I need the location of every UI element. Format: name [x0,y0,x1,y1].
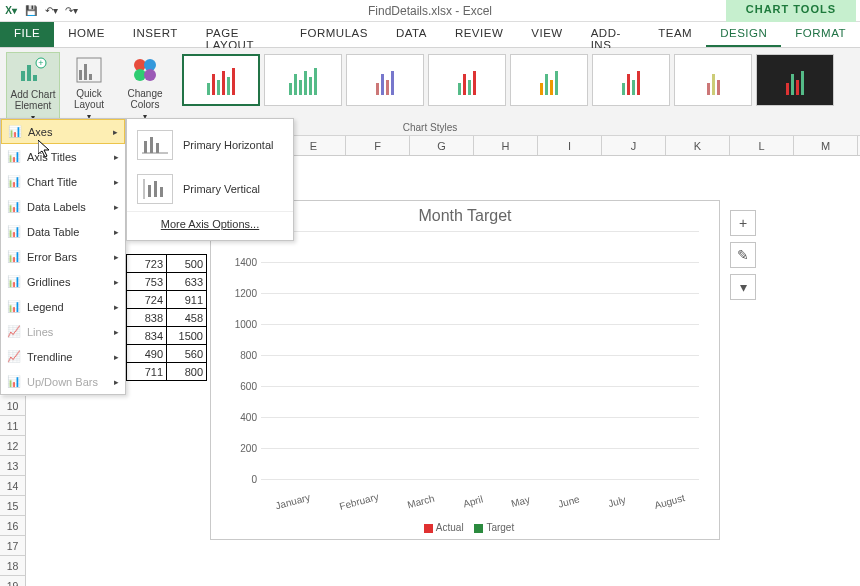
submenu-label: Primary Vertical [183,183,260,195]
col-F[interactable]: F [346,136,410,155]
col-K[interactable]: K [666,136,730,155]
row-16[interactable]: 16 [0,516,26,536]
chart-filter-button[interactable]: ▾ [730,274,756,300]
col-J[interactable]: J [602,136,666,155]
menu-item-chart-title[interactable]: 📊Chart Title [1,169,125,194]
tab-design[interactable]: DESIGN [706,22,781,47]
row-18[interactable]: 18 [0,556,26,576]
gridlines-icon: 📊 [7,275,21,289]
ribbon-tabs: FILE HOME INSERT PAGE LAYOUT FORMULAS DA… [0,22,860,48]
change-colors-button[interactable]: Change Colors ▾ [118,52,172,123]
tab-team[interactable]: TEAM [644,22,706,47]
col-L[interactable]: L [730,136,794,155]
menu-label: Trendline [27,351,72,363]
svg-rect-7 [84,64,87,80]
menu-item-gridlines[interactable]: 📊Gridlines [1,269,125,294]
svg-rect-16 [156,143,159,153]
titlebar: X▾ 💾 ↶▾ ↷▾ FindDetails.xlsx - Excel CHAR… [0,0,860,22]
svg-text:+: + [38,58,43,68]
menu-label: Gridlines [27,276,70,288]
tab-file[interactable]: FILE [0,22,54,47]
chart-style-7[interactable] [674,54,752,106]
chart-plus-button[interactable]: + [730,210,756,236]
tab-addins[interactable]: ADD-INS [577,22,645,47]
chart-style-6[interactable] [592,54,670,106]
add-chart-element-button[interactable]: + Add Chart Element ▾ [6,52,60,125]
redo-icon[interactable]: ↷▾ [64,4,78,18]
plot-area[interactable]: 02004006008001000120014001600 [261,231,699,479]
chart-style-1[interactable] [182,54,260,106]
y-axis-tick: 1400 [221,257,257,268]
cell[interactable]: 633 [167,273,207,291]
save-icon[interactable]: 💾 [24,4,38,18]
row-11[interactable]: 11 [0,416,26,436]
row-15[interactable]: 15 [0,496,26,516]
quick-layout-button[interactable]: Quick Layout ▾ [62,52,116,123]
chart-style-4[interactable] [428,54,506,106]
menu-item-data-table[interactable]: 📊Data Table [1,219,125,244]
menu-item-axis-titles[interactable]: 📊Axis Titles [1,144,125,169]
row-13[interactable]: 13 [0,456,26,476]
menu-label: Chart Title [27,176,77,188]
menu-label: Up/Down Bars [27,376,98,388]
cell[interactable]: 500 [167,255,207,273]
submenu-primary-horizontal[interactable]: Primary Horizontal [127,123,293,167]
chart-legend[interactable]: Actual Target [211,522,719,533]
tab-data[interactable]: DATA [382,22,441,47]
cell[interactable]: 1500 [167,327,207,345]
cell[interactable]: 753 [127,273,167,291]
menu-item-error-bars[interactable]: 📊Error Bars [1,244,125,269]
tab-home[interactable]: HOME [54,22,119,47]
tab-format[interactable]: FORMAT [781,22,860,47]
tab-formulas[interactable]: FORMULAS [286,22,382,47]
row-19[interactable]: 19 [0,576,26,586]
submenu-more-axis-options[interactable]: More Axis Options... [127,211,293,236]
chart-style-5[interactable] [510,54,588,106]
col-G[interactable]: G [410,136,474,155]
row-17[interactable]: 17 [0,536,26,556]
col-H[interactable]: H [474,136,538,155]
chart-style-8[interactable] [756,54,834,106]
menu-item-trendline[interactable]: 📈Trendline [1,344,125,369]
menu-item-axes[interactable]: 📊Axes [1,119,125,144]
row-10[interactable]: 10 [0,396,26,416]
chart-style-3[interactable] [346,54,424,106]
row-14[interactable]: 14 [0,476,26,496]
cell[interactable]: 911 [167,291,207,309]
submenu-primary-vertical[interactable]: Primary Vertical [127,167,293,211]
change-colors-icon [129,54,161,86]
menu-item-lines: 📈Lines [1,319,125,344]
chart-style-2[interactable] [264,54,342,106]
embedded-chart[interactable]: Month Target 020040060080010001200140016… [210,200,720,540]
menu-item-legend[interactable]: 📊Legend [1,294,125,319]
cell[interactable]: 724 [127,291,167,309]
cell[interactable]: 458 [167,309,207,327]
x-axis-tick: May [510,494,531,510]
row-12[interactable]: 12 [0,436,26,456]
add-chart-element-menu: 📊Axes 📊Axis Titles 📊Chart Title 📊Data La… [0,118,126,395]
cell[interactable]: 711 [127,363,167,381]
updown-bars-icon: 📊 [7,375,21,389]
x-axis-tick: January [274,492,311,512]
svg-rect-8 [89,74,92,80]
y-axis-tick: 1000 [221,319,257,330]
cell[interactable]: 834 [127,327,167,345]
undo-icon[interactable]: ↶▾ [44,4,58,18]
menu-item-data-labels[interactable]: 📊Data Labels [1,194,125,219]
cell[interactable]: 838 [127,309,167,327]
cell[interactable]: 723 [127,255,167,273]
col-I[interactable]: I [538,136,602,155]
tab-review[interactable]: REVIEW [441,22,517,47]
col-M[interactable]: M [794,136,858,155]
tab-insert[interactable]: INSERT [119,22,192,47]
chart-title-icon: 📊 [7,175,21,189]
lines-icon: 📈 [7,325,21,339]
cell[interactable]: 800 [167,363,207,381]
tab-view[interactable]: VIEW [517,22,576,47]
svg-rect-14 [144,141,147,153]
cell[interactable]: 560 [167,345,207,363]
cell[interactable]: 490 [127,345,167,363]
x-axis-tick: March [406,493,436,511]
tab-pagelayout[interactable]: PAGE LAYOUT [192,22,286,47]
chart-styles-button[interactable]: ✎ [730,242,756,268]
